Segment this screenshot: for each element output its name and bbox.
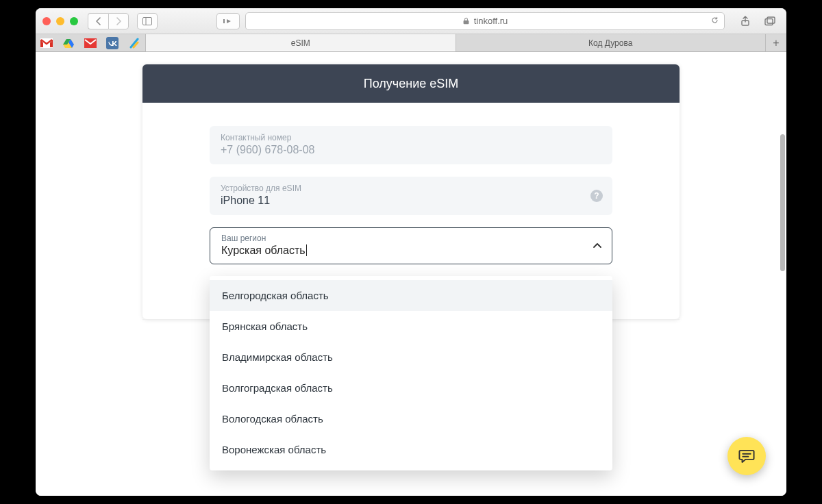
back-button[interactable] (88, 13, 108, 29)
fav-drive-icon[interactable] (58, 38, 79, 48)
new-tab-button[interactable]: + (766, 34, 786, 51)
browser-toolbar: tinkoff.ru (36, 8, 786, 34)
help-icon[interactable]: ? (590, 190, 603, 202)
fav-other-icon[interactable] (123, 38, 145, 49)
toolbar-right (736, 13, 780, 29)
region-option[interactable]: Владимирская область (210, 342, 612, 373)
svg-rect-0 (143, 17, 152, 25)
tabs-button[interactable] (760, 13, 780, 29)
region-combobox[interactable]: Ваш регион Курская область (210, 227, 612, 264)
safari-window: tinkoff.ru (36, 8, 786, 496)
tab-kod-durova[interactable]: Код Дурова (456, 34, 767, 51)
share-button[interactable] (736, 13, 755, 29)
region-value: Курская область (221, 244, 601, 257)
maximize-window-button[interactable] (70, 17, 78, 25)
region-option[interactable]: Белгородская область (210, 280, 612, 311)
region-option[interactable]: Волгоградская область (210, 373, 612, 403)
page-scrollbar[interactable] (780, 134, 785, 271)
reader-button[interactable] (216, 13, 240, 29)
close-window-button[interactable] (42, 17, 51, 25)
region-option[interactable]: Воронежская область (210, 434, 612, 465)
forward-button[interactable] (108, 13, 129, 29)
address-bar[interactable]: tinkoff.ru (245, 12, 725, 30)
region-option[interactable]: Вологодская область (210, 403, 612, 434)
tab-esim[interactable]: eSIM (146, 34, 456, 51)
tab-bar: eSIM Код Дурова + (36, 34, 786, 52)
card-title: Получение eSIM (142, 64, 680, 103)
page-viewport: Получение eSIM Контактный номер +7 (960)… (36, 52, 786, 496)
fav-gmail2-icon[interactable] (79, 38, 101, 48)
favorites-row (36, 34, 146, 51)
device-field[interactable]: Устройство для eSIM iPhone 11 ? (210, 177, 612, 215)
reload-button[interactable] (711, 16, 719, 24)
device-label: Устройство для eSIM (221, 184, 601, 193)
region-option-label: Воронежская область (222, 444, 326, 455)
region-option[interactable]: Брянская область (210, 311, 612, 342)
region-option-label: Белгородская область (222, 290, 329, 301)
minimize-window-button[interactable] (56, 17, 64, 25)
fav-gmail-icon[interactable] (36, 38, 58, 48)
tab-label: Код Дурова (588, 38, 632, 48)
chat-icon (738, 447, 756, 465)
window-controls (42, 17, 78, 25)
svg-rect-2 (223, 19, 225, 23)
lock-icon (462, 17, 470, 25)
chat-button[interactable] (727, 437, 766, 475)
region-option-label: Волгоградская область (222, 382, 333, 394)
region-option-label: Вологодская область (222, 413, 323, 425)
phone-label: Контактный номер (221, 133, 601, 142)
nav-buttons (88, 13, 129, 29)
region-dropdown: Белгородская область Брянская область Вл… (210, 276, 612, 470)
region-option-label: Брянская область (222, 320, 308, 332)
svg-rect-5 (767, 17, 775, 23)
phone-field[interactable]: Контактный номер +7 (960) 678-08-08 (210, 126, 612, 164)
fav-vk-icon[interactable] (101, 37, 123, 49)
sidebar-button[interactable] (137, 13, 158, 29)
tab-label: eSIM (291, 38, 310, 48)
svg-rect-4 (765, 18, 773, 25)
region-option-label: Владимирская область (222, 351, 333, 363)
url-host: tinkoff.ru (474, 16, 508, 26)
card-title-text: Получение eSIM (364, 77, 458, 91)
device-value: iPhone 11 (221, 194, 601, 207)
phone-value: +7 (960) 678-08-08 (221, 144, 601, 156)
chevron-up-icon (593, 242, 602, 249)
region-label: Ваш регион (221, 234, 601, 243)
